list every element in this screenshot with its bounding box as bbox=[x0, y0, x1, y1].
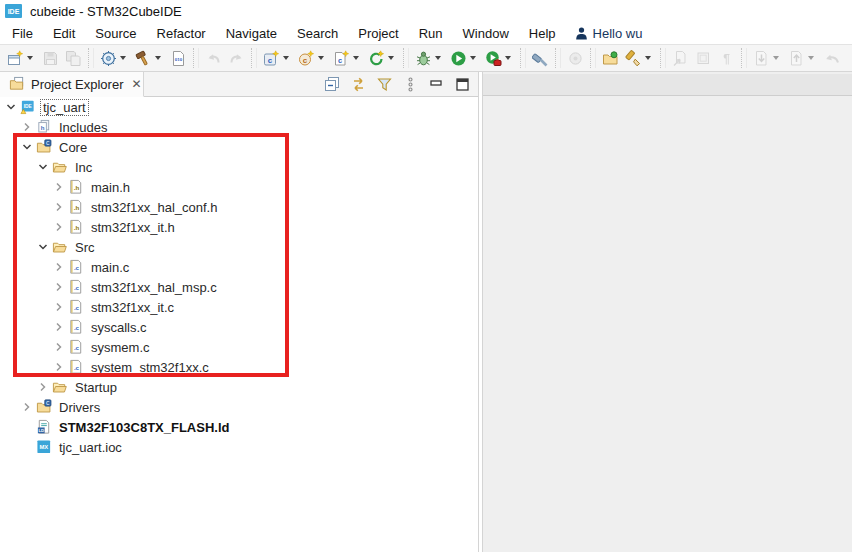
tree-item-stm32f1xx-hal-msp-c[interactable]: .cstm32f1xx_hal_msp.c bbox=[0, 277, 478, 297]
menu-navigate[interactable]: Navigate bbox=[216, 22, 287, 44]
dropdown-caret-icon[interactable] bbox=[645, 56, 651, 60]
dropdown-caret-icon[interactable] bbox=[120, 56, 126, 60]
tree-collapsed-chevron-icon[interactable] bbox=[20, 120, 34, 134]
svg-text:IDE: IDE bbox=[24, 104, 33, 109]
new-source-file-icon: c bbox=[333, 50, 350, 67]
undo-icon bbox=[205, 50, 222, 67]
menu-help[interactable]: Help bbox=[519, 22, 566, 44]
filter-button[interactable] bbox=[374, 75, 394, 95]
dropdown-caret-icon[interactable] bbox=[388, 56, 394, 60]
dropdown-caret-icon[interactable] bbox=[773, 56, 779, 60]
tree-item-tjc-uart-ioc[interactable]: MXtjc_uart.ioc bbox=[0, 437, 478, 457]
dropdown-caret-icon[interactable] bbox=[435, 56, 441, 60]
tree-collapsed-chevron-icon[interactable] bbox=[52, 320, 66, 334]
tree-item-label: syscalls.c bbox=[89, 320, 149, 335]
new-c-project-button[interactable]: c bbox=[260, 46, 295, 70]
dropdown-caret-icon[interactable] bbox=[318, 56, 324, 60]
binary-file-button[interactable]: 010 bbox=[167, 46, 190, 70]
dropdown-caret-icon[interactable] bbox=[505, 56, 511, 60]
tree-item-label: stm32f1xx_it.h bbox=[89, 220, 177, 235]
dropdown-caret-icon[interactable] bbox=[808, 56, 814, 60]
new-wizard-button[interactable] bbox=[4, 46, 39, 70]
tab-project-explorer[interactable]: Project Explorer ✕ bbox=[0, 72, 144, 97]
tree-spacer bbox=[20, 420, 34, 434]
tree-item-stm32f1xx-hal-conf-h[interactable]: .hstm32f1xx_hal_conf.h bbox=[0, 197, 478, 217]
title-bar: IDE cubeide - STM32CubeIDE bbox=[0, 0, 852, 22]
tree-item-core[interactable]: CCore bbox=[0, 137, 478, 157]
undo-button bbox=[202, 46, 225, 70]
dropdown-caret-icon[interactable] bbox=[353, 56, 359, 60]
tree-expanded-chevron-icon[interactable] bbox=[36, 240, 50, 254]
tree-expanded-chevron-icon[interactable] bbox=[36, 160, 50, 174]
tree-item-stm32f103c8tx-flash-ld[interactable]: LDSTM32F103C8TX_FLASH.ld bbox=[0, 417, 478, 437]
run-button[interactable] bbox=[447, 46, 482, 70]
tree-collapsed-chevron-icon[interactable] bbox=[36, 380, 50, 394]
previous-annotation-icon bbox=[788, 50, 805, 67]
menu-source[interactable]: Source bbox=[85, 22, 146, 44]
tree-expanded-chevron-icon[interactable] bbox=[4, 100, 18, 114]
menu-refactor[interactable]: Refactor bbox=[147, 22, 216, 44]
menu-file[interactable]: File bbox=[2, 22, 43, 44]
generate-code-button[interactable] bbox=[365, 46, 400, 70]
tree-item-main-h[interactable]: .hmain.h bbox=[0, 177, 478, 197]
tree-item-system-stm32f1xx-c[interactable]: .csystem_stm32f1xx.c bbox=[0, 357, 478, 377]
tree-item-label: Startup bbox=[73, 380, 119, 395]
c-file-icon: .c bbox=[68, 279, 84, 295]
new-class-button[interactable]: c bbox=[295, 46, 330, 70]
link-with-editor-button[interactable] bbox=[348, 75, 368, 95]
menu-search[interactable]: Search bbox=[287, 22, 348, 44]
tree-collapsed-chevron-icon[interactable] bbox=[52, 340, 66, 354]
tree-collapsed-chevron-icon[interactable] bbox=[52, 300, 66, 314]
search-button[interactable] bbox=[529, 46, 552, 70]
tree-item-sysmem-c[interactable]: .csysmem.c bbox=[0, 337, 478, 357]
menu-edit[interactable]: Edit bbox=[43, 22, 85, 44]
user-account-button[interactable]: Hello wu bbox=[566, 26, 651, 41]
h-file-icon: .h bbox=[68, 199, 84, 215]
tree-item-main-c[interactable]: .cmain.c bbox=[0, 257, 478, 277]
close-icon[interactable]: ✕ bbox=[131, 77, 141, 91]
maximize-button[interactable] bbox=[452, 75, 472, 95]
menu-window[interactable]: Window bbox=[453, 22, 519, 44]
view-menu-button[interactable] bbox=[400, 75, 420, 95]
minimize-button[interactable] bbox=[426, 75, 446, 95]
open-element-button[interactable] bbox=[599, 46, 622, 70]
tree-item-syscalls-c[interactable]: .csyscalls.c bbox=[0, 317, 478, 337]
dropdown-caret-icon[interactable] bbox=[283, 56, 289, 60]
save-all-icon bbox=[65, 50, 82, 67]
tree-expanded-chevron-icon[interactable] bbox=[20, 140, 34, 154]
external-tools-button[interactable] bbox=[482, 46, 517, 70]
tree-collapsed-chevron-icon[interactable] bbox=[52, 180, 66, 194]
dropdown-caret-icon[interactable] bbox=[155, 56, 161, 60]
save-icon bbox=[42, 50, 59, 67]
device-configuration-button[interactable] bbox=[97, 46, 132, 70]
tree-collapsed-chevron-icon[interactable] bbox=[52, 220, 66, 234]
tree-collapsed-chevron-icon[interactable] bbox=[20, 400, 34, 414]
tree-item-startup[interactable]: Startup bbox=[0, 377, 478, 397]
tree-item-label: stm32f1xx_it.c bbox=[89, 300, 176, 315]
tree-item-drivers[interactable]: CDrivers bbox=[0, 397, 478, 417]
svg-text:.c: .c bbox=[74, 264, 80, 271]
tree-item-src[interactable]: Src bbox=[0, 237, 478, 257]
tree-item-inc[interactable]: Inc bbox=[0, 157, 478, 177]
new-source-file-button[interactable]: c bbox=[330, 46, 365, 70]
build-button[interactable] bbox=[132, 46, 167, 70]
tree-collapsed-chevron-icon[interactable] bbox=[52, 200, 66, 214]
svg-text:h: h bbox=[41, 124, 45, 131]
menu-run[interactable]: Run bbox=[409, 22, 453, 44]
tree-item-includes[interactable]: hIncludes bbox=[0, 117, 478, 137]
collapse-all-button[interactable] bbox=[322, 75, 342, 95]
tree-item-stm32f1xx-it-h[interactable]: .hstm32f1xx_it.h bbox=[0, 217, 478, 237]
highlighter-button[interactable] bbox=[622, 46, 657, 70]
previous-annotation-button bbox=[785, 46, 820, 70]
new-c-project-icon: c bbox=[263, 50, 280, 67]
tree-item-tjc-uart[interactable]: IDEtjc_uart bbox=[0, 97, 478, 117]
debug-button[interactable] bbox=[412, 46, 447, 70]
tree-collapsed-chevron-icon[interactable] bbox=[52, 280, 66, 294]
h-file-icon: .h bbox=[68, 219, 84, 235]
menu-project[interactable]: Project bbox=[348, 22, 408, 44]
tree-item-stm32f1xx-it-c[interactable]: .cstm32f1xx_it.c bbox=[0, 297, 478, 317]
dropdown-caret-icon[interactable] bbox=[27, 56, 33, 60]
tree-collapsed-chevron-icon[interactable] bbox=[52, 360, 66, 374]
dropdown-caret-icon[interactable] bbox=[470, 56, 476, 60]
tree-collapsed-chevron-icon[interactable] bbox=[52, 260, 66, 274]
